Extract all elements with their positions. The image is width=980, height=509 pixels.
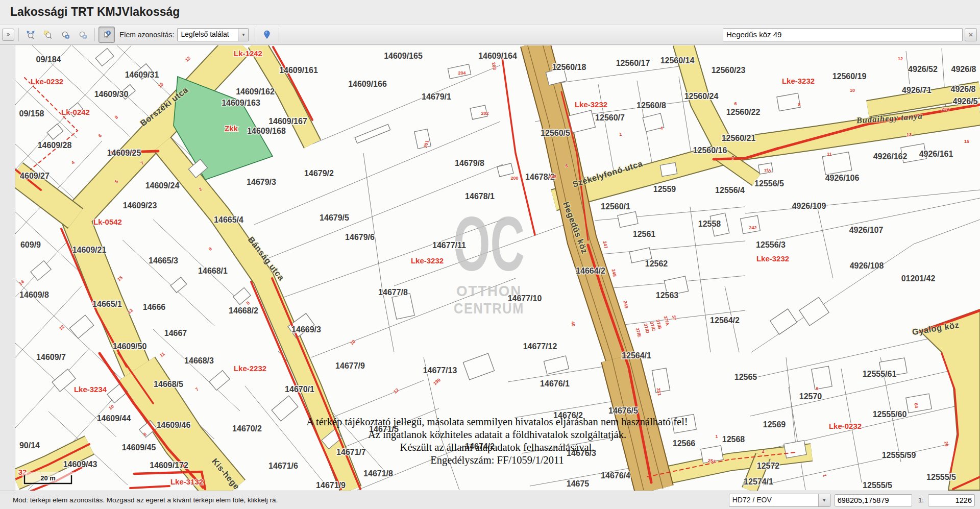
zone-label: Lk-1242	[234, 49, 262, 58]
parcel-label: 14675	[567, 479, 590, 488]
house-number-label: 4	[762, 449, 764, 454]
parcel-label: 14609/163	[222, 99, 260, 107]
parcel-label: 12560/23	[712, 66, 746, 75]
chevron-down-icon: ▾	[818, 494, 830, 506]
parcel-label: 09/158	[19, 109, 44, 118]
parcel-label: 12569	[763, 420, 786, 429]
parcel-label: 14670/2	[232, 424, 262, 433]
parcel-label: 14677/11	[432, 241, 466, 250]
identify-mode-select[interactable]: Legfelső találat ▾	[177, 28, 249, 41]
parcel-label: 14609/7	[36, 353, 66, 361]
parcel-label: 12563	[656, 291, 679, 300]
identify-tool-button[interactable]: i	[99, 27, 115, 43]
zoom-previous-button[interactable]	[57, 27, 74, 43]
house-number-label: 245	[549, 174, 556, 179]
zoom-extent-icon	[26, 28, 35, 41]
parcel-label: 14609/31	[125, 70, 159, 79]
house-number-label: 13	[906, 132, 912, 137]
parcel-label: 14668/2	[229, 306, 258, 315]
parcel-label: 14609/21	[72, 246, 107, 254]
search-input[interactable]	[723, 28, 963, 41]
zoom-next-button[interactable]	[75, 27, 91, 43]
zoom-extent-button[interactable]	[22, 27, 39, 43]
parcel-label: 12570	[799, 392, 822, 401]
zone-label: Zkk	[225, 124, 238, 133]
map-pin-icon	[262, 28, 272, 41]
zone-label: Lke-0232	[829, 422, 862, 430]
map-viewport[interactable]: OCOTTHONCENTRUM Borszéki utcaBánság utca…	[15, 45, 980, 491]
parcel-label: 14677/12	[523, 342, 557, 351]
parcel-label: 14679/3	[247, 178, 276, 186]
map-disclaimer-line: A térkép tájékoztató jellegű, másolata s…	[306, 416, 688, 428]
parcel-label: 12561	[633, 230, 656, 238]
parcel-label: 12564/2	[710, 316, 740, 325]
parcel-label: 12558	[698, 220, 721, 228]
parcel-label: 14676/5	[608, 406, 638, 415]
projection-value: HD72 / EOV	[729, 494, 818, 506]
parcel-label: 14665/4	[214, 215, 243, 224]
parcel-label: 12560/5	[541, 129, 570, 137]
expand-panel-button[interactable]: »	[2, 29, 14, 41]
app-header: Lakossági TRT KMJVlakosság	[0, 0, 980, 24]
parcel-label: 12555/61	[863, 370, 897, 378]
projection-select[interactable]: HD72 / EOV ▾	[729, 494, 830, 507]
toolbar-separator	[255, 28, 255, 41]
parcel-label: 4926/71	[902, 86, 932, 94]
parcel-label: 90/14	[19, 441, 40, 450]
house-number-label: 202	[481, 111, 488, 116]
parcel-label: 14668/3	[184, 356, 214, 365]
parcel-label: 14609/43	[63, 460, 97, 469]
scale-value-field[interactable]	[928, 494, 975, 506]
parcel-label: 12560/14	[660, 56, 695, 65]
parcel-label: 14665/3	[149, 256, 178, 265]
parcel-label: 14671/9	[316, 481, 346, 490]
parcel-label: 14609/24	[145, 181, 180, 190]
house-number-label: 12	[898, 56, 903, 61]
parcel-label: 12560/7	[595, 113, 625, 122]
parcel-label: 14677/10	[508, 294, 542, 303]
parcel-label: 14609/166	[348, 80, 387, 88]
parcel-label: 12574/1	[744, 477, 773, 486]
parcel-label: 12560/16	[693, 146, 727, 155]
marker-tool-button[interactable]	[259, 27, 275, 43]
clear-search-button[interactable]: ×	[965, 28, 977, 41]
parcel-label: 14609/30	[94, 90, 129, 99]
identify-mode-value: Legfelső találat	[178, 29, 238, 41]
zoom-area-button[interactable]	[40, 27, 56, 43]
parcel-label: 12556/4	[715, 186, 745, 195]
house-number-label: 7/A	[764, 168, 772, 173]
building-footprint	[741, 215, 761, 233]
parcel-label: 14609/28	[38, 141, 72, 150]
house-number-label: 242	[749, 225, 756, 230]
parcel-label: 12562	[645, 259, 668, 268]
parcel-label: 14609/8	[19, 290, 49, 299]
parcel-label: 4926/108	[850, 261, 884, 270]
parcel-label: 14669/3	[291, 325, 321, 334]
parcel-label: 12560/8	[636, 101, 666, 110]
house-number-label: 1	[715, 434, 718, 439]
parcel-label: 4926/161	[919, 150, 953, 158]
parcel-label: 4926/8	[951, 85, 976, 93]
parcel-label: 4926/52	[908, 65, 938, 74]
zone-label: Lke-3232	[782, 77, 815, 85]
parcel-label: 12560/1	[601, 202, 630, 211]
parcel-label: 14679/8	[455, 159, 484, 167]
parcel-label: 14668/1	[198, 266, 228, 275]
zone-label: Lke-3232	[411, 256, 444, 265]
map-disclaimer-line: Készült az állami alapadatok felhasználá…	[400, 442, 595, 453]
main-area: OCOTTHONCENTRUM Borszéki utcaBánság utca…	[0, 45, 980, 491]
parcel-label: 4926/109	[792, 202, 826, 210]
parcel-label: 14671/6	[268, 462, 298, 470]
parcel-label: 14609/46	[157, 421, 191, 429]
parcel-label: 14609/45	[122, 443, 156, 452]
coordinates-field[interactable]	[835, 494, 912, 506]
parcel-label: 12559	[653, 185, 676, 193]
house-number-label: 29	[943, 441, 949, 447]
identify-cursor-icon: i	[102, 28, 111, 41]
parcel-label: 12555/5	[863, 481, 892, 490]
parcel-label: 14664/2	[576, 266, 605, 275]
parcel-label: 12560/17	[616, 59, 650, 67]
map-disclaimer-line: Az ingatlanok közhiteles adatait a földh…	[368, 429, 626, 441]
house-number-label: 11	[827, 152, 832, 157]
house-number-label: 6	[734, 101, 737, 106]
